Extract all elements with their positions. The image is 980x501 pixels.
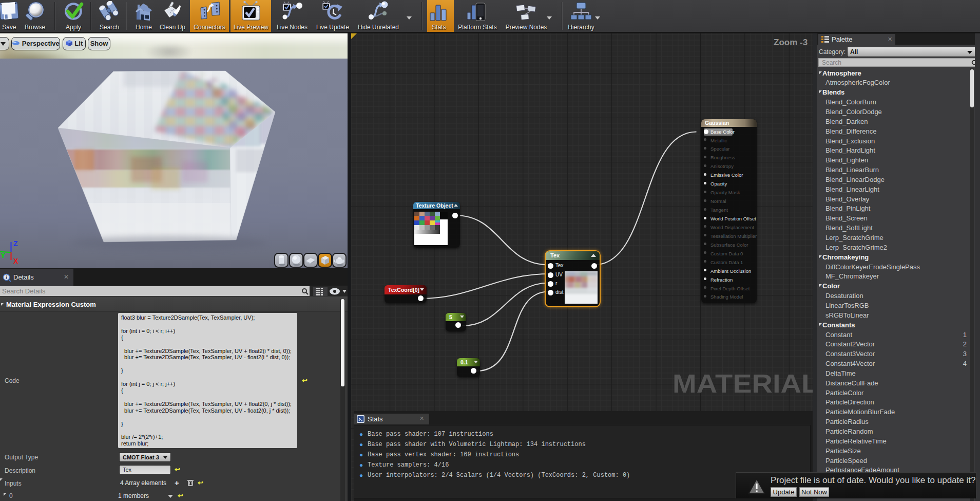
svg-text:Z: Z bbox=[13, 239, 18, 248]
svg-text:X: X bbox=[13, 257, 18, 265]
svg-text:Y: Y bbox=[1, 251, 6, 259]
